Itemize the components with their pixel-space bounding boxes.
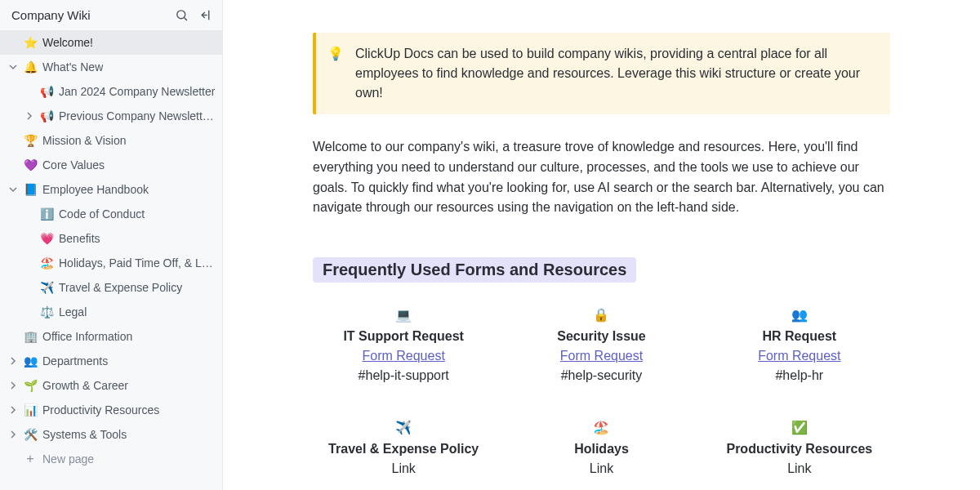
sidebar-nav: ⭐Welcome!🔔What's New📢Jan 2024 Company Ne… [0, 30, 222, 490]
card-link[interactable]: Link [590, 461, 613, 475]
nav-item-label: Systems & Tools [42, 428, 127, 441]
collapse-sidebar-icon[interactable] [198, 8, 212, 22]
nav-item-icon: 📢 [39, 85, 54, 98]
card-channel: #help-security [510, 366, 692, 385]
chevron-right-icon[interactable] [8, 430, 18, 439]
sidebar-item-benefits[interactable]: 💗Benefits [0, 226, 222, 251]
sidebar-item-jan-2024-company-newsletter[interactable]: 📢Jan 2024 Company Newsletter [0, 79, 222, 104]
new-page-button[interactable]: +New page [0, 447, 222, 471]
nav-item-icon: 🌱 [23, 379, 38, 392]
resource-card: 🏖️HolidaysLink [510, 418, 692, 479]
card-emoji-icon: ✈️ [313, 418, 494, 438]
nav-item-icon: 🏖️ [39, 256, 54, 270]
nav-item-icon: 📘 [23, 183, 38, 196]
plus-icon: + [23, 452, 38, 466]
nav-item-label: Office Information [42, 330, 132, 343]
chevron-down-icon[interactable] [8, 185, 18, 194]
nav-item-icon: ✈️ [39, 281, 54, 294]
resource-cards-grid: 💻IT Support RequestForm Request#help-it-… [313, 305, 890, 479]
nav-item-label: Legal [59, 305, 87, 318]
card-emoji-icon: 🔒 [510, 305, 692, 325]
sidebar-item-holidays-paid-time-off-leave[interactable]: 🏖️Holidays, Paid Time Off, & Leave... [0, 251, 222, 275]
intro-paragraph: Welcome to our company's wiki, a treasur… [313, 137, 890, 218]
resource-card: 💻IT Support RequestForm Request#help-it-… [313, 305, 494, 385]
nav-item-label: Holidays, Paid Time Off, & Leave... [59, 256, 216, 270]
nav-item-icon: 🏢 [23, 330, 38, 343]
nav-item-label: Departments [42, 354, 108, 368]
sidebar-item-legal[interactable]: ⚖️Legal [0, 300, 222, 324]
new-page-label: New page [42, 452, 94, 466]
sidebar-item-core-values[interactable]: 💜Core Values [0, 153, 222, 177]
card-link[interactable]: Form Request [758, 349, 840, 363]
sidebar-item-systems-tools[interactable]: 🛠️Systems & Tools [0, 422, 222, 447]
nav-item-label: Travel & Expense Policy [59, 281, 182, 294]
lightbulb-icon: 💡 [327, 44, 344, 103]
sidebar-item-welcome[interactable]: ⭐Welcome! [0, 30, 222, 55]
chevron-right-icon[interactable] [8, 405, 18, 415]
card-emoji-icon: ✅ [709, 418, 890, 438]
nav-item-icon: 👥 [23, 354, 38, 368]
sidebar-item-employee-handbook[interactable]: 📘Employee Handbook [0, 177, 222, 202]
sidebar-item-growth-career[interactable]: 🌱Growth & Career [0, 373, 222, 398]
sidebar-item-office-information[interactable]: 🏢Office Information [0, 324, 222, 349]
nav-item-label: Employee Handbook [42, 183, 149, 196]
sidebar-header: Company Wiki [0, 0, 222, 30]
sidebar-item-code-of-conduct[interactable]: ℹ️Code of Conduct [0, 202, 222, 226]
sidebar: Company Wiki ⭐Welcome!🔔What's New📢Jan 20… [0, 0, 223, 490]
chevron-right-icon[interactable] [8, 356, 18, 366]
nav-item-label: Previous Company Newsletters [59, 109, 216, 122]
nav-item-label: Core Values [42, 158, 105, 172]
nav-item-icon: 📊 [23, 403, 38, 416]
card-title: Productivity Resources [709, 439, 890, 459]
nav-item-label: Benefits [59, 232, 100, 245]
resource-card: ✅Productivity ResourcesLink [709, 418, 890, 479]
sidebar-item-what-s-new[interactable]: 🔔What's New [0, 55, 222, 79]
nav-item-icon: 🔔 [23, 60, 38, 74]
wiki-title: Company Wiki [11, 8, 91, 22]
nav-item-label: Growth & Career [42, 379, 128, 392]
nav-item-icon: ⚖️ [39, 305, 54, 318]
svg-point-0 [177, 11, 185, 19]
resource-card: 🔒Security IssueForm Request#help-securit… [510, 305, 692, 385]
resource-card: 👥HR RequestForm Request#help-hr [709, 305, 890, 385]
nav-item-icon: 💗 [39, 232, 54, 245]
card-title: Travel & Expense Policy [313, 439, 494, 459]
sidebar-item-mission-vision[interactable]: 🏆Mission & Vision [0, 128, 222, 153]
main-content: 💡 ClickUp Docs can be used to build comp… [223, 0, 980, 490]
card-emoji-icon: 🏖️ [510, 418, 692, 438]
nav-item-icon: 🏆 [23, 134, 38, 147]
card-link[interactable]: Form Request [362, 349, 444, 363]
nav-item-label: What's New [42, 60, 103, 74]
chevron-right-icon[interactable] [8, 381, 18, 390]
sidebar-item-departments[interactable]: 👥Departments [0, 349, 222, 373]
nav-item-label: Mission & Vision [42, 134, 126, 147]
card-title: HR Request [709, 327, 890, 346]
nav-item-label: Jan 2024 Company Newsletter [59, 85, 215, 98]
nav-item-label: Productivity Resources [42, 403, 159, 416]
nav-item-icon: 💜 [23, 158, 38, 172]
card-title: Security Issue [510, 327, 692, 346]
card-title: IT Support Request [313, 327, 494, 346]
card-emoji-icon: 👥 [709, 305, 890, 325]
sidebar-item-previous-company-newsletters[interactable]: 📢Previous Company Newsletters [0, 104, 222, 128]
chevron-down-icon[interactable] [8, 62, 18, 72]
sidebar-item-productivity-resources[interactable]: 📊Productivity Resources [0, 398, 222, 422]
chevron-right-icon[interactable] [24, 111, 34, 121]
nav-item-icon: ℹ️ [39, 207, 54, 220]
card-link[interactable]: Link [391, 461, 415, 475]
nav-item-icon: 🛠️ [23, 428, 38, 441]
section-title: Frequently Used Forms and Resources [313, 257, 636, 283]
card-channel: #help-hr [709, 366, 890, 385]
card-link[interactable]: Form Request [560, 349, 643, 363]
card-title: Holidays [510, 439, 692, 459]
card-emoji-icon: 💻 [313, 305, 494, 325]
resource-card: ✈️Travel & Expense PolicyLink [313, 418, 494, 479]
callout-text: ClickUp Docs can be used to build compan… [355, 44, 874, 103]
svg-line-1 [185, 18, 187, 20]
sidebar-item-travel-expense-policy[interactable]: ✈️Travel & Expense Policy [0, 275, 222, 300]
nav-item-icon: 📢 [39, 109, 54, 122]
nav-item-label: Code of Conduct [59, 207, 145, 220]
search-icon[interactable] [175, 8, 189, 22]
card-link[interactable]: Link [787, 461, 811, 475]
nav-item-label: Welcome! [42, 36, 93, 49]
